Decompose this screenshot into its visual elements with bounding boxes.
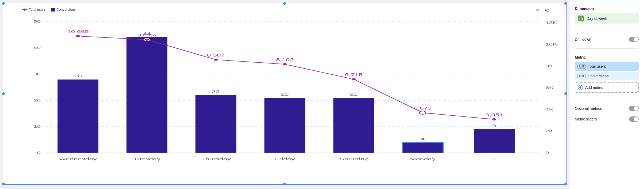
svg-text:10K: 10K [545,42,557,46]
metric-conversions[interactable]: AUT Conversions [575,72,639,80]
svg-text:0: 0 [37,151,41,154]
bar-tuesday [126,37,167,153]
svg-text:8,102: 8,102 [276,58,294,62]
az-sort-icon[interactable]: AZ [543,6,551,14]
drill-down-row: Drill down [575,37,639,42]
svg-text:8K: 8K [545,64,553,68]
drill-down-label: Drill down [575,37,591,41]
dimension-section-label: Dimension [575,6,639,11]
point-wednesday [75,35,80,37]
bar-monday [402,142,443,153]
chart-container: ✏ AZ ⋮ Total users Conversions [3,3,567,185]
dimension-value: Day of week [587,16,607,21]
metric-total-users-label: Total users [588,64,606,69]
svg-text:28: 28 [74,74,82,78]
resize-handle-bl[interactable] [2,183,5,185]
svg-text:40: 40 [33,46,41,50]
metric-section: Metric AUT Total users AUT Conversions +… [575,55,639,93]
svg-text:3,673: 3,673 [414,106,432,111]
divider-1 [575,30,639,30]
legend-total-users-label: Total users [29,7,46,12]
add-metric-label: Add metric [585,85,603,90]
metric-conversions-label: Conversions [588,74,609,78]
drill-down-toggle[interactable] [629,37,639,42]
point-7 [492,118,497,121]
bar-wednesday [57,80,98,153]
add-metric-plus-icon: + [578,85,583,90]
svg-text:Friday: Friday [275,157,295,161]
svg-text:3,051: 3,051 [485,113,503,117]
main-chart-svg: 0 10 20 30 40 50 0 2K 4K 6K 8K 10K 12K [19,14,561,169]
chart-legend: Total users Conversions [22,7,561,12]
svg-text:50: 50 [33,20,41,23]
svg-text:22: 22 [212,90,220,94]
svg-text:10,352: 10,352 [136,33,158,37]
legend-conversions-label: Conversions [56,7,76,12]
bar-saturday [333,98,374,153]
point-saturday [351,78,356,81]
bar-7 [474,129,515,153]
chart-toolbar: ✏ AZ ⋮ [534,6,563,14]
resize-handle-tr[interactable] [564,2,567,5]
metric-sliders-label: Metric sliders [575,117,597,121]
add-metric-button[interactable]: + Add metric [575,82,639,93]
point-thursday [213,58,218,61]
svg-text:0: 0 [545,151,549,154]
svg-text:10: 10 [33,124,41,128]
svg-text:2K: 2K [545,129,553,133]
metric-badge-conversions: AUT [577,74,586,78]
metric-sliders-toggle[interactable] [629,116,639,122]
svg-text:Monday: Monday [410,157,436,161]
edit-icon[interactable]: ✏ [534,6,541,14]
point-monday [420,111,426,114]
resize-handle-mr[interactable] [564,92,567,95]
svg-text:21: 21 [281,92,289,97]
optional-metrics-toggle[interactable] [629,106,639,111]
svg-text:4: 4 [421,137,425,141]
resize-handle-bm[interactable] [283,183,286,185]
legend-line-icon [22,9,27,10]
resize-handle-tm[interactable] [283,2,286,5]
svg-text:6,715: 6,715 [345,73,363,77]
legend-bar-icon [51,8,55,12]
chart-svg-wrapper: 0 10 20 30 40 50 0 2K 4K 6K 8K 10K 12K [19,14,561,169]
svg-text:10,665: 10,665 [67,30,89,34]
svg-text:Wednesday: Wednesday [59,157,97,161]
right-panel: Dimension 📅 Day of week Drill down Metri… [569,0,644,189]
svg-text:Thursday: Thursday [201,157,231,161]
svg-text:Tuesday: Tuesday [133,157,161,161]
svg-text:21: 21 [350,92,358,97]
svg-text:20: 20 [33,98,41,102]
svg-text:Saturday: Saturday [339,157,368,161]
svg-text:6K: 6K [545,86,553,89]
chart-area: ✏ AZ ⋮ Total users Conversions [0,0,569,189]
more-options-icon[interactable]: ⋮ [555,6,563,14]
legend-conversions: Conversions [51,7,76,12]
metric-sliders-row: Metric sliders [575,116,639,122]
svg-text:4K: 4K [545,107,553,111]
dimension-day-of-week[interactable]: 📅 Day of week [575,13,639,24]
resize-handle-br[interactable] [564,183,567,185]
svg-text:7: 7 [492,157,496,161]
metric-badge-total-users: AUT [577,65,586,69]
optional-metrics-label: Optional metrics [575,106,602,111]
resize-handle-ml[interactable] [2,92,5,95]
legend-total-users: Total users [22,7,46,12]
point-tuesday [144,38,149,41]
point-friday [282,63,287,66]
bar-friday [264,98,305,153]
optional-metrics-row: Optional metrics [575,106,639,111]
resize-handle-tl[interactable] [2,2,5,5]
calendar-icon: 📅 [578,16,584,21]
svg-text:9: 9 [492,124,496,128]
dimension-section: Dimension 📅 Day of week [575,6,639,24]
svg-text:12K: 12K [545,21,557,24]
toolbar-divider [553,7,553,13]
divider-2 [575,48,639,49]
metric-section-label: Metric [575,55,639,59]
svg-text:30: 30 [33,72,41,76]
bar-thursday [195,95,236,153]
metric-total-users[interactable]: AUT Total users [575,62,639,71]
divider-3 [575,99,639,99]
svg-text:8,507: 8,507 [207,53,225,58]
